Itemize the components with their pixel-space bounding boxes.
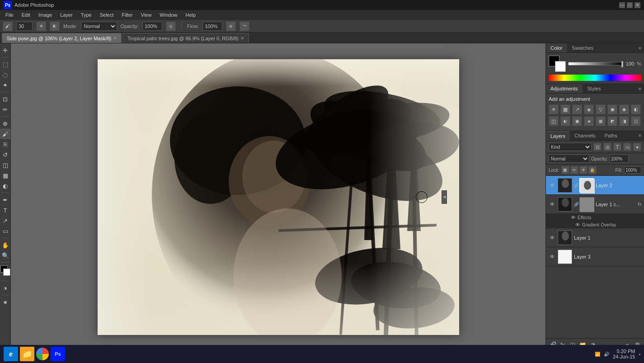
dodge-tool[interactable]: ◐ <box>0 181 10 191</box>
menu-image[interactable]: Image <box>35 11 56 19</box>
color-lookup-icon[interactable]: ▣ <box>572 116 582 126</box>
curves-icon[interactable]: ↗ <box>572 104 582 114</box>
ie-icon[interactable]: e <box>4 347 18 361</box>
airbrush-icon[interactable]: ⊛ <box>226 21 236 31</box>
tab-layers[interactable]: Layers <box>546 131 570 141</box>
levels-icon[interactable]: ▦ <box>560 104 570 114</box>
flow-input[interactable] <box>202 22 222 31</box>
brush-preset-picker[interactable]: 🖌 <box>3 21 13 31</box>
zoom-tool[interactable]: 🔍 <box>0 250 10 260</box>
canvas-area[interactable]: ◀ <box>11 43 545 350</box>
eraser-tool[interactable]: ◫ <box>0 160 10 170</box>
tab-channels[interactable]: Channels <box>570 131 600 141</box>
quick-mask-btn[interactable]: ◑ <box>0 283 10 293</box>
effects-visibility-eye[interactable]: 👁 <box>571 215 576 220</box>
posterize-icon[interactable]: ▦ <box>596 116 606 126</box>
layer1-visibility-eye[interactable]: 👁 <box>549 234 556 241</box>
exposure-icon[interactable]: ◈ <box>584 104 594 114</box>
layer-row-layer1[interactable]: 👁 Layer 1 <box>546 228 644 247</box>
brush-size-icon[interactable]: ⊕ <box>36 21 46 31</box>
selective-color-icon[interactable]: ◫ <box>631 116 641 126</box>
chrome-icon[interactable] <box>36 348 49 360</box>
gradient-map-icon[interactable]: ◨ <box>619 116 629 126</box>
layer-row-layer3[interactable]: 👁 Layer 3 <box>546 247 644 266</box>
layer-row-layer1c[interactable]: 👁 🔗 Layer 1 c... fx <box>546 195 644 214</box>
layers-filter-type[interactable]: T <box>613 143 621 151</box>
lock-position-icon[interactable]: ✛ <box>579 166 588 174</box>
tab-close-2[interactable]: ✕ <box>240 36 244 41</box>
tab-paths[interactable]: Paths <box>600 131 622 141</box>
move-tool[interactable]: ✛ <box>0 45 10 55</box>
shape-tool[interactable]: ▭ <box>0 226 10 236</box>
photoshop-taskbar-icon[interactable]: Ps <box>51 347 65 361</box>
channel-mixer-icon[interactable]: ◐ <box>560 116 570 126</box>
minimize-button[interactable]: — <box>619 2 625 8</box>
menu-window[interactable]: Window <box>156 11 181 19</box>
tab-color[interactable]: Color <box>546 43 567 52</box>
background-color[interactable] <box>3 269 10 276</box>
menu-file[interactable]: File <box>2 11 17 19</box>
smoothing-icon[interactable]: 〜 <box>240 21 249 31</box>
lock-transparent-icon[interactable]: ▦ <box>561 166 569 174</box>
clone-stamp-tool[interactable]: ⎘ <box>0 139 10 149</box>
layers-panel-menu[interactable]: ≡ <box>636 131 644 141</box>
layers-filter-adj[interactable]: ◎ <box>603 143 611 151</box>
menu-help[interactable]: Help <box>182 11 199 19</box>
layers-fill-input[interactable] <box>624 166 641 174</box>
threshold-icon[interactable]: ◩ <box>607 116 617 126</box>
background-color-swatch[interactable] <box>555 61 566 72</box>
eyedropper-tool[interactable]: ✏ <box>0 104 10 114</box>
lock-all-icon[interactable]: 🔒 <box>588 166 597 174</box>
pen-tool[interactable]: ✒ <box>0 195 10 205</box>
type-tool[interactable]: T <box>0 205 10 215</box>
healing-brush-tool[interactable]: ⊕ <box>0 118 10 128</box>
folder-icon[interactable]: 📁 <box>20 347 34 361</box>
menu-select[interactable]: Select <box>96 11 118 19</box>
layer3-visibility-eye[interactable]: 👁 <box>549 253 556 260</box>
screen-mode-btn[interactable]: ▣ <box>0 297 10 307</box>
menu-type[interactable]: Type <box>77 11 95 19</box>
tab-swatches[interactable]: Swatches <box>567 43 598 52</box>
tab-tropical[interactable]: Tropical palm trees.jpg @ 86.9% (Layer 0… <box>122 33 249 43</box>
history-brush-tool[interactable]: ↺ <box>0 150 10 160</box>
path-select-tool[interactable]: ↗ <box>0 216 10 226</box>
menu-layer[interactable]: Layer <box>56 11 76 19</box>
show-desktop-icon[interactable]: ▪ <box>639 352 640 357</box>
color-spectrum[interactable] <box>549 75 641 81</box>
layer1c-visibility-eye[interactable]: 👁 <box>549 201 556 208</box>
layer-row-layer2[interactable]: 👁 🔗 Layer 2 <box>546 176 644 195</box>
tab-close-1[interactable]: ✕ <box>113 36 117 41</box>
panel-collapse-button[interactable]: ◀ <box>442 190 447 204</box>
pressure-opacity-icon[interactable]: ◎ <box>166 21 176 31</box>
lock-image-icon[interactable]: ✏ <box>570 166 578 174</box>
titlebar-controls[interactable]: — □ ✕ <box>619 2 640 8</box>
photo-filter-icon[interactable]: ◫ <box>549 116 559 126</box>
opacity-input[interactable] <box>142 22 162 31</box>
k-slider-thumb[interactable] <box>621 61 623 67</box>
vibrance-icon[interactable]: ▽ <box>596 104 606 114</box>
layers-opacity-input[interactable] <box>610 155 629 163</box>
layer1c-fx-icon[interactable]: fx <box>638 202 641 207</box>
menu-filter[interactable]: Filter <box>118 11 136 19</box>
maximize-button[interactable]: □ <box>627 2 633 8</box>
k-slider[interactable] <box>568 62 623 66</box>
layers-kind-filter[interactable]: Kind Name Effect Mode Attribute Color <box>549 143 592 151</box>
canvas[interactable] <box>98 59 459 335</box>
brush-tool[interactable]: 🖌 <box>0 129 10 139</box>
layers-blend-mode[interactable]: Normal Multiply Screen Overlay Luminosit… <box>549 155 589 163</box>
quick-select-tool[interactable]: ✦ <box>0 80 10 90</box>
hue-saturation-icon[interactable]: ▣ <box>607 104 617 114</box>
brush-mode-icon[interactable]: ◧ <box>50 21 60 31</box>
bw-icon[interactable]: ◧ <box>631 104 641 114</box>
tab-side-pose[interactable]: Side pose.jpg @ 106% (Layer 2, Layer Mas… <box>2 33 122 43</box>
layers-filter-shape[interactable]: ▭ <box>623 143 631 151</box>
marquee-tool[interactable]: ⬚ <box>0 59 10 69</box>
brush-size-input[interactable] <box>16 22 33 31</box>
layers-filter-smart[interactable]: ◈ <box>633 143 641 151</box>
color-balance-icon[interactable]: ◉ <box>619 104 629 114</box>
hand-tool[interactable]: ✋ <box>0 240 10 250</box>
mode-select[interactable]: Normal Multiply Screen Overlay <box>81 22 117 31</box>
layer2-visibility-eye[interactable]: 👁 <box>549 182 556 189</box>
tab-adjustments[interactable]: Adjustments <box>546 84 583 93</box>
menu-edit[interactable]: Edit <box>18 11 34 19</box>
